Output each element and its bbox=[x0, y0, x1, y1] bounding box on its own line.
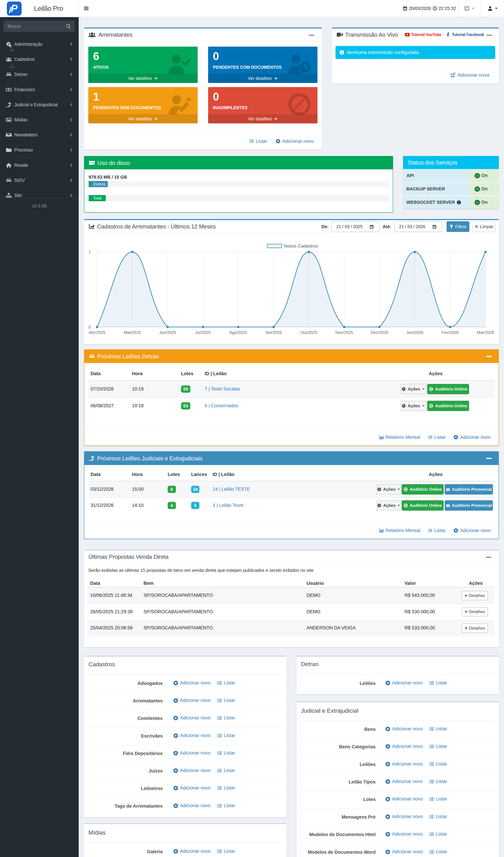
svg-text:Set/2025: Set/2025 bbox=[265, 330, 282, 335]
svg-text:Abr/2025: Abr/2025 bbox=[89, 330, 105, 335]
svg-text:Ago/2025: Ago/2025 bbox=[230, 330, 247, 335]
svg-text:Jun/2025: Jun/2025 bbox=[159, 330, 176, 335]
svg-text:Jan/2026: Jan/2026 bbox=[406, 330, 423, 335]
svg-text:Fev/2026: Fev/2026 bbox=[442, 330, 459, 335]
svg-text:Nov/2025: Nov/2025 bbox=[335, 330, 353, 335]
svg-text:Jul/2025: Jul/2025 bbox=[195, 330, 211, 335]
svg-text:Out/2025: Out/2025 bbox=[300, 330, 317, 335]
svg-text:1: 1 bbox=[89, 250, 91, 254]
svg-text:Mai/2025: Mai/2025 bbox=[124, 330, 141, 335]
svg-text:0: 0 bbox=[89, 325, 91, 330]
svg-text:Novos Cadastros: Novos Cadastros bbox=[284, 243, 318, 249]
svg-text:Dez/2025: Dez/2025 bbox=[371, 330, 388, 335]
svg-text:Mar/2026: Mar/2026 bbox=[477, 330, 494, 335]
